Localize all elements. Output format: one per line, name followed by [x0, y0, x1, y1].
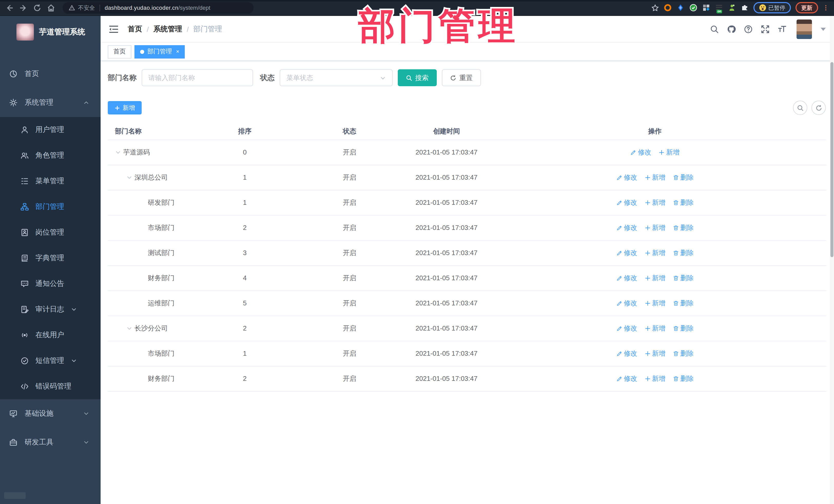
sidebar-item-dict[interactable]: 字典管理	[0, 245, 101, 271]
table-row: 长沙分公司 2 开启 2021-01-05 17:03:47 修改新增删除	[108, 316, 826, 341]
edit-action-link[interactable]: 修改	[616, 299, 637, 308]
hamburger-icon[interactable]	[109, 25, 118, 33]
sidebar-item-role[interactable]: 角色管理	[0, 143, 101, 168]
refresh-icon	[815, 105, 822, 111]
toggle-search-button[interactable]	[793, 101, 807, 115]
dept-name: 芋道源码	[123, 148, 150, 157]
sidebar-item-notice[interactable]: 通知公告	[0, 271, 101, 297]
refresh-table-button[interactable]	[811, 101, 826, 115]
bookmark-star-icon[interactable]	[651, 4, 659, 12]
add-button[interactable]: 新增	[108, 101, 142, 114]
add-action-link[interactable]: 新增	[644, 273, 665, 283]
screenshot-stage: 不安全 dashboard.yudao.iocoder.cn/system/de…	[0, 0, 834, 504]
font-size-icon[interactable]	[777, 24, 787, 34]
tab-首页[interactable]: 首页	[108, 45, 131, 58]
search-button[interactable]: 搜索	[398, 69, 437, 86]
breadcrumb-system[interactable]: 系统管理	[153, 24, 182, 34]
browser-menu-icon[interactable]: ⋮	[823, 5, 829, 10]
reset-button[interactable]: 重置	[442, 69, 481, 86]
status-select[interactable]: 菜单状态	[280, 69, 393, 86]
back-icon[interactable]	[5, 3, 14, 12]
sidebar-item-dev-tools[interactable]: 研发工具	[0, 428, 101, 457]
reload-icon[interactable]	[33, 3, 42, 12]
actions-cell: 修改新增删除	[483, 341, 826, 366]
tab-部门管理[interactable]: 部门管理×	[134, 45, 185, 58]
home-icon[interactable]	[47, 3, 56, 12]
sidebar-item-system[interactable]: 系统管理	[0, 88, 101, 117]
update-browser-button[interactable]: 更新	[795, 2, 818, 13]
edit-action-link[interactable]: 修改	[616, 223, 637, 232]
delete-action-link[interactable]: 删除	[673, 248, 694, 257]
sidebar-item-home[interactable]: 首页	[0, 60, 101, 88]
add-action-link[interactable]: 新增	[644, 349, 665, 358]
sidebar-item-online-user[interactable]: 在线用户	[0, 322, 101, 348]
list-on-extension-icon[interactable]: on	[715, 4, 723, 12]
scrollbar-thumb[interactable]	[830, 62, 833, 257]
edit-action-link[interactable]: 修改	[616, 324, 637, 333]
add-action-link[interactable]: 新增	[644, 299, 665, 308]
green-check-extension-icon[interactable]	[689, 4, 698, 12]
sidebar-item-audit-log[interactable]: 审计日志	[0, 297, 101, 322]
sidebar-collapse[interactable]	[4, 492, 26, 499]
question-icon[interactable]	[744, 24, 753, 34]
url-bar[interactable]: 不安全 dashboard.yudao.iocoder.cn/system/de…	[63, 2, 254, 14]
org-icon	[21, 203, 29, 211]
sidebar-item-user[interactable]: 用户管理	[0, 117, 101, 143]
search-icon[interactable]	[710, 24, 719, 34]
sidebar-item-sms[interactable]: 短信管理	[0, 348, 101, 374]
sidebar-item-infra[interactable]: 基础设施	[0, 399, 101, 428]
add-action-link[interactable]: 新增	[644, 248, 665, 257]
table-row: 芋道源码 0 开启 2021-01-05 17:03:47 修改新增	[108, 139, 826, 165]
green-person-extension-icon[interactable]	[728, 4, 736, 12]
add-action-link[interactable]: 新增	[644, 173, 665, 182]
chevron-down-icon[interactable]	[821, 27, 826, 30]
fullscreen-icon[interactable]	[761, 24, 770, 34]
add-action-link[interactable]: 新增	[644, 198, 665, 207]
puzzle-extension-icon[interactable]	[741, 4, 749, 12]
dept-name-cell: 长沙分公司	[108, 316, 200, 341]
close-icon[interactable]: ×	[176, 49, 179, 54]
avatar[interactable]	[796, 19, 812, 39]
edit-action-link[interactable]: 修改	[616, 374, 637, 383]
delete-action-link[interactable]: 删除	[673, 324, 694, 333]
delete-action-link[interactable]: 删除	[673, 198, 694, 207]
edit-action-link[interactable]: 修改	[616, 173, 637, 182]
breadcrumb-home[interactable]: 首页	[128, 24, 142, 34]
url-path: /system/dept	[178, 5, 211, 11]
delete-action-link[interactable]: 删除	[673, 374, 694, 383]
blue-drop-extension-icon[interactable]	[676, 4, 685, 12]
sidebar-item-label: 系统管理	[25, 98, 53, 107]
add-action-link[interactable]: 新增	[644, 324, 665, 333]
expand-chevron-icon[interactable]	[126, 325, 132, 331]
sidebar-item-post[interactable]: 岗位管理	[0, 220, 101, 245]
delete-action-link[interactable]: 删除	[673, 223, 694, 232]
expand-chevron-icon[interactable]	[126, 174, 132, 180]
col-status: 状态	[289, 123, 410, 139]
github-icon[interactable]	[727, 24, 736, 34]
sidebar-item-dept[interactable]: 部门管理	[0, 194, 101, 220]
edit-action-link[interactable]: 修改	[616, 273, 637, 283]
add-action-link[interactable]: 新增	[644, 223, 665, 232]
delete-action-link[interactable]: 删除	[673, 173, 694, 182]
delete-action-link[interactable]: 删除	[673, 273, 694, 283]
scrollbar-track[interactable]	[830, 16, 834, 504]
edit-action-link[interactable]: 修改	[616, 248, 637, 257]
sidebar-item-error-code[interactable]: 错误码管理	[0, 374, 101, 399]
app-logo-row[interactable]: 芋道管理系统	[0, 16, 101, 48]
add-action-link[interactable]: 新增	[644, 374, 665, 383]
sidebar-item-menu[interactable]: 菜单管理	[0, 168, 101, 194]
orange-ring-extension-icon[interactable]	[664, 4, 672, 12]
delete-action-link[interactable]: 删除	[673, 299, 694, 308]
expand-chevron-icon[interactable]	[115, 149, 121, 155]
dept-name-input[interactable]	[142, 69, 253, 86]
breadcrumb: 首页 / 系统管理 / 部门管理	[128, 24, 222, 34]
forward-icon[interactable]	[19, 3, 28, 12]
sort-cell: 2	[200, 215, 289, 240]
edit-action-link[interactable]: 修改	[616, 198, 637, 207]
delete-action-link[interactable]: 删除	[673, 349, 694, 358]
paused-extension-pill[interactable]: 已暂停	[753, 2, 791, 13]
edit-action-link[interactable]: 修改	[616, 349, 637, 358]
grid-extension-icon[interactable]	[702, 4, 710, 12]
edit-action-link[interactable]: 修改	[630, 148, 651, 157]
add-action-link[interactable]: 新增	[658, 148, 680, 157]
